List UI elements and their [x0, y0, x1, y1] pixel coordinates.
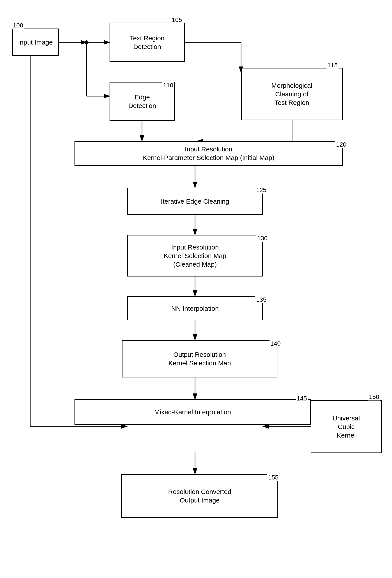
svg-point-19	[84, 40, 88, 44]
input-res-cleaned-box: Input ResolutionKernel Selection Map(Cle…	[127, 235, 263, 277]
input-image-ref: 100	[12, 22, 24, 29]
morph-cleaning-box: MorphologicalCleaning ofTest Region	[241, 68, 343, 120]
output-res-ref: 140	[270, 340, 281, 347]
input-image-box: Input Image	[12, 29, 59, 56]
diagram-container: Input Image 100 Text RegionDetection 105…	[0, 0, 392, 578]
nn-interpolation-box: NN Interpolation	[127, 296, 263, 320]
text-region-ref: 105	[171, 16, 183, 23]
iterative-edge-ref: 125	[255, 187, 267, 193]
input-res-initial-box: Input ResolutionKernel-Parameter Selecti…	[75, 141, 343, 166]
iterative-edge-box: Iterative Edge Cleaning	[127, 188, 263, 215]
edge-detection-ref: 110	[162, 82, 174, 89]
mixed-kernel-box: Mixed-Kernel Interpolation	[75, 399, 311, 425]
universal-cubic-box: UniversalCubicKernel	[311, 400, 382, 453]
text-region-box: Text RegionDetection	[110, 23, 185, 62]
input-res-cleaned-ref: 130	[256, 235, 269, 242]
mixed-kernel-ref: 145	[296, 395, 308, 402]
morph-cleaning-ref: 115	[326, 62, 339, 69]
resolution-output-box: Resolution ConvertedOutput Image	[121, 474, 278, 518]
input-res-initial-ref: 120	[335, 141, 347, 148]
nn-interpolation-ref: 135	[255, 296, 267, 303]
universal-cubic-ref: 150	[368, 393, 380, 400]
output-res-box: Output ResolutionKernel Selection Map	[122, 340, 277, 378]
resolution-output-ref: 155	[267, 474, 279, 481]
